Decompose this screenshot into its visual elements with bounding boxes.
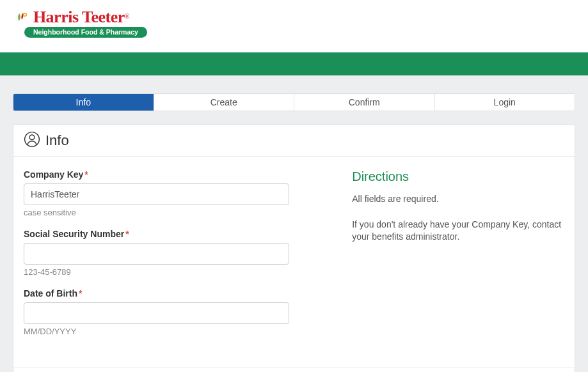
green-nav-bar — [0, 52, 588, 75]
svg-point-2 — [29, 135, 35, 140]
panel-title: Info — [45, 132, 69, 149]
tab-confirm[interactable]: Confirm — [294, 94, 435, 111]
ssn-help: 123-45-6789 — [24, 267, 326, 277]
user-circle-icon — [24, 131, 40, 150]
required-asterisk: * — [125, 229, 129, 239]
header: Harris Teeter® Neighborhood Food & Pharm… — [0, 0, 588, 52]
ssn-label: Social Security Number* — [24, 229, 326, 239]
directions-line-1: All fields are required. — [352, 193, 564, 206]
main-panel: Info Company Key* case sensitive Social … — [13, 124, 575, 372]
ssn-input[interactable] — [24, 243, 289, 265]
company-logo: Harris Teeter® Neighborhood Food & Pharm… — [15, 9, 147, 38]
dob-input[interactable] — [24, 302, 289, 324]
svg-point-0 — [24, 13, 27, 17]
directions-line-2: If you don't already have your Company K… — [352, 219, 564, 244]
required-asterisk: * — [84, 169, 88, 180]
logo-leaf-icon — [15, 11, 29, 25]
logo-tagline: Neighborhood Food & Pharmacy — [24, 27, 147, 38]
company-key-help: case sensitive — [24, 208, 326, 217]
dob-help: MM/DD/YYYY — [24, 327, 326, 336]
directions-title: Directions — [352, 169, 564, 184]
company-key-input[interactable] — [24, 183, 289, 205]
panel-footer: Cancel Continue — [13, 367, 575, 372]
panel-header: Info — [13, 125, 575, 157]
tab-login[interactable]: Login — [435, 94, 575, 111]
company-key-label: Company Key* — [24, 169, 326, 180]
wizard-tabs: Info Create Confirm Login — [13, 93, 575, 111]
required-asterisk: * — [79, 288, 82, 298]
logo-brand-text: Harris Teeter — [33, 8, 125, 26]
tab-info[interactable]: Info — [13, 94, 154, 111]
dob-label: Date of Birth* — [24, 288, 326, 298]
tab-create[interactable]: Create — [154, 94, 295, 111]
